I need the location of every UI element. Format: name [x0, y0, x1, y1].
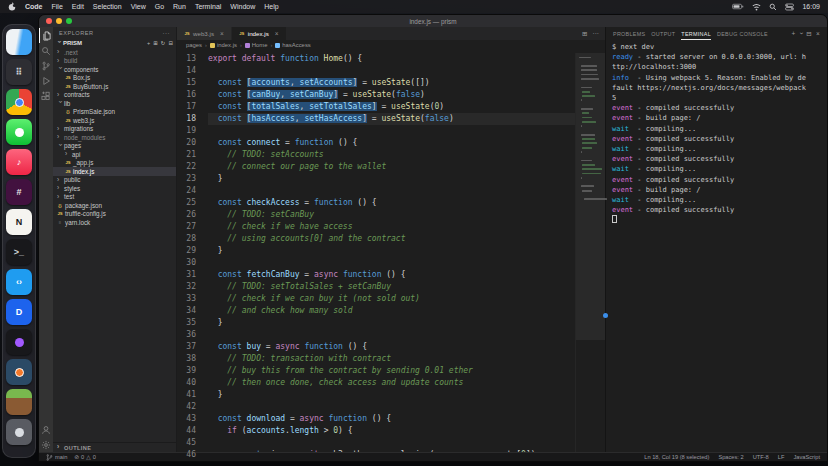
project-section-header[interactable]: › PRISM + ⊞ ↻ ⊟: [53, 38, 176, 48]
zoom-button[interactable]: [66, 18, 72, 24]
tree-item-migrations[interactable]: ›migrations: [53, 125, 176, 134]
dock-trash-icon[interactable]: [6, 419, 32, 445]
tab-index-js[interactable]: JSindex.js×: [232, 27, 287, 40]
tree-item-api[interactable]: ›api: [53, 150, 176, 159]
menu-edit[interactable]: Edit: [72, 3, 84, 10]
explorer-icon[interactable]: [39, 28, 53, 43]
dock-finder-icon[interactable]: [6, 29, 32, 55]
minimize-button[interactable]: [56, 18, 62, 24]
panel-tab-output[interactable]: OUTPUT: [651, 27, 675, 40]
sidebar-more-actions-icon[interactable]: ···: [163, 30, 171, 36]
tree-item-index-js[interactable]: JSindex.js: [53, 167, 176, 176]
dock-terminal-icon[interactable]: >_: [6, 239, 32, 265]
extensions-icon[interactable]: [39, 88, 53, 103]
breadcrumb-hasaccess[interactable]: hasAccess: [275, 42, 310, 48]
code-editor[interactable]: 1314151617181920212223242526272829303132…: [177, 50, 605, 452]
new-terminal-icon[interactable]: +: [792, 30, 796, 37]
menu-run[interactable]: Run: [173, 3, 186, 10]
status-lf[interactable]: LF: [778, 454, 785, 460]
dock-minecraft-icon[interactable]: [6, 389, 32, 415]
spotlight-search-icon[interactable]: [769, 3, 777, 11]
status-javascript[interactable]: JavaScript: [793, 454, 820, 460]
settings-gear-icon[interactable]: [39, 437, 53, 452]
editor-more-actions-icon[interactable]: ···: [593, 30, 600, 37]
dock-blender-icon[interactable]: [6, 359, 32, 385]
new-folder-icon[interactable]: ⊞: [153, 40, 158, 46]
menu-bar-clock[interactable]: 16:09: [802, 3, 820, 10]
panel-resize-indicator-dot[interactable]: [603, 313, 608, 318]
wifi-icon[interactable]: [752, 3, 761, 11]
breadcrumb-index-js[interactable]: index.js: [210, 42, 237, 48]
problems-indicator[interactable]: ⊘0 △0: [74, 454, 95, 460]
close-button[interactable]: [46, 18, 52, 24]
close-panel-icon[interactable]: ×: [816, 30, 820, 37]
menu-file[interactable]: File: [52, 3, 63, 10]
collapse-all-icon[interactable]: ⊟: [168, 40, 173, 46]
terminal-dropdown-icon[interactable]: ›: [797, 32, 804, 34]
dock-slack-icon[interactable]: #: [6, 179, 32, 205]
account-icon[interactable]: [39, 422, 53, 437]
tree-item-styles[interactable]: ›styles: [53, 184, 176, 193]
dock-launchpad-icon[interactable]: ⠿: [6, 59, 32, 85]
tree-item-buybutton-js[interactable]: JSBuyButton.js: [53, 82, 176, 91]
tree-item-contracts[interactable]: ›contracts: [53, 91, 176, 100]
tree-item-package-json[interactable]: {}package.json: [53, 201, 176, 210]
tree-item-prismsale-json[interactable]: {}PrismSale.json: [53, 108, 176, 117]
dock-docker-icon[interactable]: D: [6, 299, 32, 325]
panel-tab-problems[interactable]: PROBLEMS: [613, 27, 645, 40]
run-debug-icon[interactable]: [39, 73, 53, 88]
split-editor-icon[interactable]: ⊞: [582, 30, 587, 38]
panel-tab-debug-console[interactable]: DEBUG CONSOLE: [717, 27, 768, 40]
git-branch-indicator[interactable]: main: [46, 454, 67, 461]
menu-go[interactable]: Go: [155, 3, 164, 10]
dock-messages-icon[interactable]: [6, 119, 32, 145]
source-control-icon[interactable]: [39, 58, 53, 73]
tree-item-test[interactable]: ›test: [53, 193, 176, 202]
status-ln-18-col-19-8-selected[interactable]: Ln 18, Col 19 (8 selected): [644, 454, 709, 460]
apple-menu-icon[interactable]: [8, 2, 16, 11]
tree-item-lib[interactable]: ›lib: [53, 99, 176, 108]
code-content[interactable]: export default function Home() { const […: [203, 53, 575, 452]
dock-vscode-icon[interactable]: ‹›: [6, 269, 32, 295]
tab-web3-js[interactable]: JSweb3.js×: [177, 27, 232, 40]
battery-icon[interactable]: [732, 3, 744, 10]
tree-item-public[interactable]: ›public: [53, 176, 176, 185]
refresh-icon[interactable]: ↻: [161, 40, 166, 46]
tree-item-box-js[interactable]: JSBox.js: [53, 74, 176, 83]
menu-terminal[interactable]: Terminal: [195, 3, 221, 10]
new-file-icon[interactable]: +: [147, 40, 150, 46]
panel-tab-terminal[interactable]: TERMINAL: [681, 27, 711, 40]
menu-window[interactable]: Window: [230, 3, 255, 10]
tree-item-build[interactable]: ›build: [53, 57, 176, 66]
tree-item-yarn-lock[interactable]: ≡yarn.lock: [53, 218, 176, 227]
control-center-icon[interactable]: [785, 3, 794, 11]
tree-item-components[interactable]: ›components: [53, 65, 176, 74]
breadcrumb-home[interactable]: Home: [245, 42, 268, 48]
tree-item-next[interactable]: ›.next: [53, 48, 176, 57]
tree-item-truffle-config-js[interactable]: JStruffle-config.js: [53, 210, 176, 219]
menu-selection[interactable]: Selection: [93, 3, 122, 10]
close-tab-icon[interactable]: ×: [275, 30, 279, 37]
search-icon[interactable]: [39, 43, 53, 58]
tree-item-web3-js[interactable]: JSweb3.js: [53, 116, 176, 125]
dock-music-icon[interactable]: ♪: [6, 149, 32, 175]
outline-section-header[interactable]: › OUTLINE: [53, 442, 176, 452]
minimap[interactable]: [575, 53, 605, 452]
menu-help[interactable]: Help: [264, 3, 278, 10]
breadcrumb[interactable]: pages›index.js›Home›hasAccess: [177, 40, 605, 50]
status-spaces[interactable]: Spaces: 2: [718, 454, 743, 460]
app-menu-code[interactable]: Code: [25, 3, 43, 10]
terminal-output[interactable]: $ next devready - started server on 0.0.…: [606, 40, 807, 452]
close-tab-icon[interactable]: ×: [220, 30, 224, 37]
breadcrumb-pages[interactable]: pages: [186, 42, 202, 48]
dock-notion-icon[interactable]: N: [6, 209, 32, 235]
tree-item-node-modules[interactable]: ›node_modules: [53, 133, 176, 142]
tree-item-app-js[interactable]: JS_app.js: [53, 159, 176, 168]
dock-chrome-icon[interactable]: [6, 89, 32, 115]
tree-item-pages[interactable]: ›pages: [53, 142, 176, 151]
menu-view[interactable]: View: [131, 3, 146, 10]
status-utf-8[interactable]: UTF-8: [753, 454, 769, 460]
window-title-bar[interactable]: index.js — prism: [39, 15, 827, 27]
kill-terminal-icon[interactable]: ⊟: [806, 30, 812, 38]
dock-figma-icon[interactable]: [6, 329, 32, 355]
